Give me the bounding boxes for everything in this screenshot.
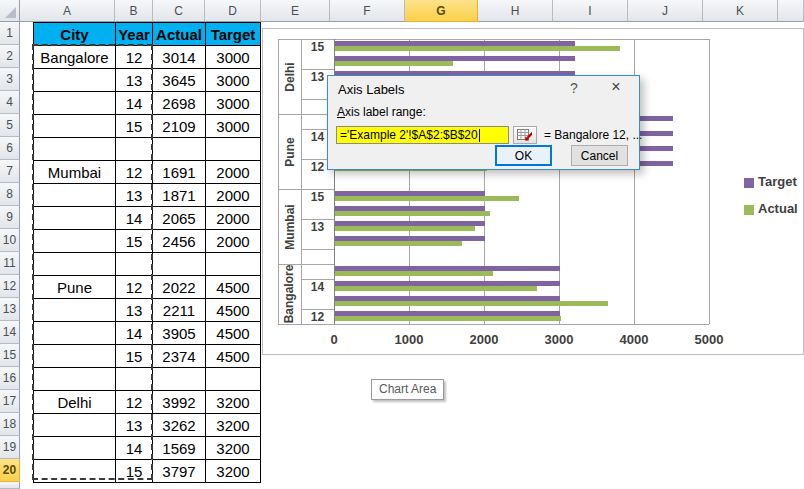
table-cell-year[interactable]: 13 xyxy=(116,184,153,207)
column-header-E[interactable]: E xyxy=(261,0,330,22)
column-header-K[interactable]: K xyxy=(703,0,778,22)
table-cell-city[interactable] xyxy=(34,207,116,230)
table-cell-actual[interactable]: 2456 xyxy=(153,230,206,253)
row-header-19[interactable]: 19 xyxy=(0,436,20,459)
table-cell-actual[interactable]: 1871 xyxy=(153,184,206,207)
city-axis-label[interactable]: Mumbai xyxy=(278,189,301,264)
table-cell-year[interactable]: 13 xyxy=(116,299,153,322)
row-header-4[interactable]: 4 xyxy=(0,91,20,114)
row-header-14[interactable]: 14 xyxy=(0,321,20,344)
row-header-12[interactable]: 12 xyxy=(0,275,20,298)
table-cell-target[interactable] xyxy=(206,138,261,161)
x-axis-tick-label[interactable]: 2000 xyxy=(454,332,514,347)
table-cell-city[interactable] xyxy=(34,414,116,437)
table-cell-target[interactable]: 3000 xyxy=(206,46,261,69)
table-cell-year[interactable] xyxy=(116,138,153,161)
table-cell-year[interactable]: 12 xyxy=(116,161,153,184)
x-axis-tick-label[interactable]: 5000 xyxy=(679,332,739,347)
close-icon[interactable]: × xyxy=(606,78,626,96)
table-cell-actual[interactable]: 2109 xyxy=(153,115,206,138)
bar-actual[interactable] xyxy=(335,196,519,201)
table-cell-actual[interactable]: 3905 xyxy=(153,322,206,345)
bar-actual[interactable] xyxy=(335,46,620,51)
column-header-J[interactable]: J xyxy=(628,0,703,22)
table-cell-actual[interactable]: 1569 xyxy=(153,437,206,460)
table-cell-city[interactable] xyxy=(34,345,116,368)
row-header-18[interactable]: 18 xyxy=(0,413,20,436)
row-header-11[interactable]: 11 xyxy=(0,252,20,275)
table-cell-target[interactable]: 3000 xyxy=(206,92,261,115)
axis-label-range-input[interactable]: ='Example 2'!$A$2:$B$20 xyxy=(336,126,509,144)
table-cell-year[interactable]: 15 xyxy=(116,230,153,253)
axis-labels-dialog[interactable]: Axis Labels ? × Axis label range: ='Exam… xyxy=(327,75,640,170)
table-cell-target[interactable]: 4500 xyxy=(206,299,261,322)
table-cell-city[interactable]: Pune xyxy=(34,276,116,299)
table-cell-city[interactable]: Bangalore xyxy=(34,46,116,69)
table-cell-year[interactable]: 13 xyxy=(116,69,153,92)
table-cell-actual[interactable]: 2374 xyxy=(153,345,206,368)
table-cell-target[interactable]: 2000 xyxy=(206,230,261,253)
table-cell-actual[interactable]: 2698 xyxy=(153,92,206,115)
table-cell-year[interactable]: 15 xyxy=(116,345,153,368)
table-header-cell[interactable]: City xyxy=(34,23,116,46)
select-all-corner[interactable] xyxy=(0,0,20,22)
legend-swatch-actual[interactable] xyxy=(744,205,754,215)
table-cell-year[interactable]: 12 xyxy=(116,391,153,414)
city-axis-label[interactable]: Bangalore xyxy=(278,264,301,324)
x-axis-tick-label[interactable]: 0 xyxy=(304,332,364,347)
table-cell-target[interactable]: 3000 xyxy=(206,69,261,92)
table-cell-year[interactable]: 14 xyxy=(116,322,153,345)
table-cell-city[interactable] xyxy=(34,322,116,345)
row-header-3[interactable]: 3 xyxy=(0,68,20,91)
bar-actual[interactable] xyxy=(335,241,462,246)
row-header-13[interactable]: 13 xyxy=(0,298,20,321)
cancel-button[interactable]: Cancel xyxy=(571,145,628,166)
bar-actual[interactable] xyxy=(335,301,608,306)
table-cell-year[interactable]: 14 xyxy=(116,207,153,230)
column-header-G[interactable]: G xyxy=(405,0,478,22)
table-cell-target[interactable]: 3200 xyxy=(206,437,261,460)
row-header-16[interactable]: 16 xyxy=(0,367,20,390)
year-axis-label[interactable]: 12 xyxy=(302,309,333,324)
table-cell-actual[interactable]: 3645 xyxy=(153,69,206,92)
legend-label-target[interactable]: Target xyxy=(758,174,797,189)
dialog-title[interactable]: Axis Labels xyxy=(338,82,404,97)
table-cell-target[interactable]: 3200 xyxy=(206,414,261,437)
table-cell-city[interactable] xyxy=(34,230,116,253)
row-header-10[interactable]: 10 xyxy=(0,229,20,252)
table-cell-target[interactable]: 3000 xyxy=(206,115,261,138)
table-cell-year[interactable] xyxy=(116,368,153,391)
table-cell-city[interactable] xyxy=(34,115,116,138)
bar-actual[interactable] xyxy=(335,226,475,231)
column-header-C[interactable]: C xyxy=(153,0,205,22)
column-header-F[interactable]: F xyxy=(330,0,405,22)
row-header-20[interactable]: 20 xyxy=(0,459,20,482)
table-cell-actual[interactable] xyxy=(153,138,206,161)
table-header-cell[interactable]: Actual xyxy=(153,23,206,46)
table-cell-city[interactable] xyxy=(34,253,116,276)
row-header-7[interactable]: 7 xyxy=(0,160,20,183)
table-cell-year[interactable]: 14 xyxy=(116,437,153,460)
x-axis-tick-label[interactable]: 1000 xyxy=(379,332,439,347)
table-cell-actual[interactable]: 2022 xyxy=(153,276,206,299)
table-cell-target[interactable]: 2000 xyxy=(206,207,261,230)
table-cell-actual[interactable] xyxy=(153,253,206,276)
column-header-D[interactable]: D xyxy=(205,0,261,22)
table-cell-actual[interactable]: 2065 xyxy=(153,207,206,230)
row-header-15[interactable]: 15 xyxy=(0,344,20,367)
table-cell-year[interactable]: 12 xyxy=(116,276,153,299)
table-cell-actual[interactable]: 2211 xyxy=(153,299,206,322)
table-header-cell[interactable]: Year xyxy=(116,23,153,46)
row-header-5[interactable]: 5 xyxy=(0,114,20,137)
table-cell-city[interactable]: Delhi xyxy=(34,391,116,414)
ok-button[interactable]: OK xyxy=(495,145,552,166)
column-header-H[interactable]: H xyxy=(478,0,553,22)
table-cell-year[interactable]: 13 xyxy=(116,414,153,437)
table-cell-city[interactable] xyxy=(34,299,116,322)
column-header-I[interactable]: I xyxy=(553,0,628,22)
table-cell-year[interactable]: 14 xyxy=(116,92,153,115)
year-axis-label[interactable]: 13 xyxy=(302,219,333,234)
city-axis-label[interactable]: Delhi xyxy=(278,39,301,114)
table-cell-actual[interactable]: 3014 xyxy=(153,46,206,69)
bar-actual[interactable] xyxy=(335,286,537,291)
